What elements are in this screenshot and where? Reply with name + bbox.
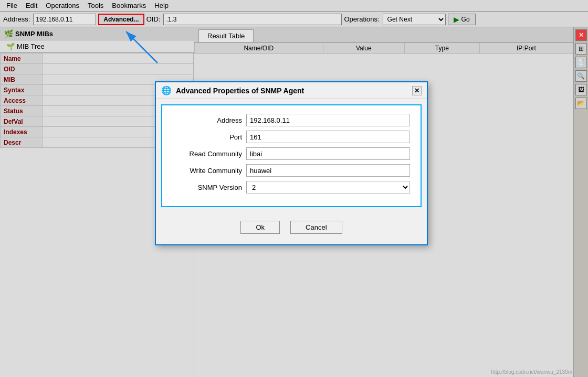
port-field-label: Port	[173, 133, 246, 141]
address-field-input[interactable]	[246, 114, 410, 126]
snmp-version-label: SNMP Version	[173, 184, 246, 191]
snmp-version-select[interactable]: 1 2 3	[246, 181, 410, 193]
read-community-input[interactable]	[246, 147, 410, 160]
form-row-snmp-version: SNMP Version 1 2 3	[173, 181, 410, 193]
form-row-address: Address	[173, 114, 410, 126]
modal-dialog: 🌐 Advanced Properties of SNMP Agent ✕ Ad…	[155, 81, 428, 245]
cancel-button[interactable]: Cancel	[290, 221, 342, 234]
modal-footer: Ok Cancel	[156, 212, 427, 244]
modal-overlay: 🌐 Advanced Properties of SNMP Agent ✕ Ad…	[0, 0, 588, 377]
address-field-label: Address	[173, 116, 246, 124]
form-row-read-community: Read Community	[173, 147, 410, 160]
modal-title-left: 🌐 Advanced Properties of SNMP Agent	[161, 85, 304, 95]
write-community-input[interactable]	[246, 164, 410, 177]
globe-icon: 🌐	[161, 85, 172, 95]
read-community-label: Read Community	[173, 150, 246, 158]
modal-body: Address Port Read Community Write Commun…	[161, 104, 422, 207]
form-row-write-community: Write Community	[173, 164, 410, 177]
port-field-input[interactable]	[246, 131, 410, 143]
modal-close-button[interactable]: ✕	[412, 86, 422, 95]
ok-button[interactable]: Ok	[240, 221, 280, 234]
modal-titlebar[interactable]: 🌐 Advanced Properties of SNMP Agent ✕	[156, 82, 427, 99]
write-community-label: Write Community	[173, 167, 246, 175]
form-row-port: Port	[173, 131, 410, 143]
modal-title-text: Advanced Properties of SNMP Agent	[176, 87, 304, 95]
